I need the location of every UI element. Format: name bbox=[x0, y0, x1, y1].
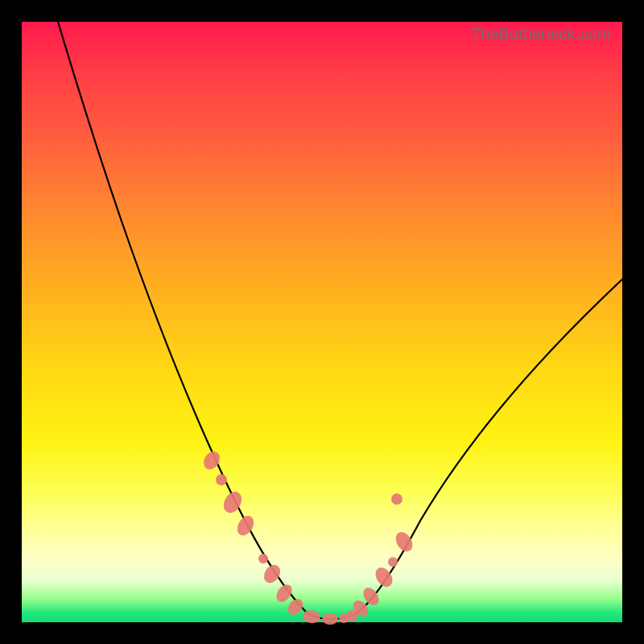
bottleneck-curve bbox=[58, 22, 622, 619]
svg-point-17 bbox=[391, 493, 402, 505]
chart-frame: TheBottleneck.com bbox=[0, 0, 644, 644]
chart-plot-area: TheBottleneck.com bbox=[22, 22, 622, 622]
chart-svg bbox=[22, 22, 622, 622]
svg-point-1 bbox=[216, 474, 227, 485]
svg-point-5 bbox=[261, 562, 283, 586]
svg-point-9 bbox=[322, 613, 338, 625]
svg-point-4 bbox=[258, 554, 268, 564]
svg-point-3 bbox=[234, 513, 258, 539]
marker-group bbox=[200, 448, 416, 625]
svg-point-15 bbox=[388, 557, 398, 567]
svg-point-16 bbox=[392, 529, 415, 555]
